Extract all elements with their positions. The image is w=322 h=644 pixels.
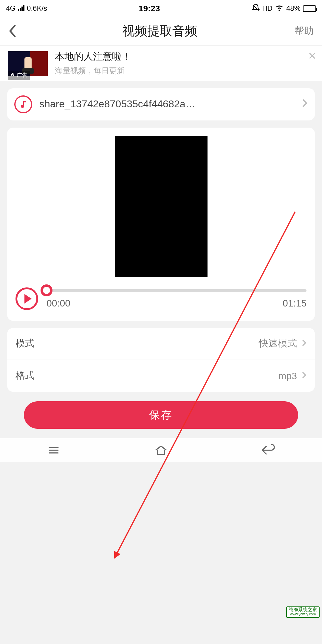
file-selector[interactable]: share_13742e870535c4f44682a… xyxy=(7,88,315,120)
chevron-right-icon xyxy=(302,98,308,110)
battery-icon xyxy=(303,5,316,12)
settings-card: 模式 快速模式 格式 mp3 xyxy=(7,328,315,392)
music-icon xyxy=(14,95,32,113)
seek-slider[interactable] xyxy=(47,289,306,292)
chevron-right-icon xyxy=(302,338,306,349)
slider-knob[interactable] xyxy=(41,284,52,296)
signal-icon xyxy=(18,5,24,11)
help-link[interactable]: 帮助 xyxy=(295,25,314,37)
ad-title: 本地的人注意啦！ xyxy=(55,51,314,63)
mode-label: 模式 xyxy=(16,338,259,350)
back-button[interactable] xyxy=(8,24,25,38)
hd-label: HD xyxy=(262,4,273,13)
status-right: HD 48% xyxy=(251,3,316,14)
format-row[interactable]: 格式 mp3 xyxy=(7,360,315,392)
status-left: 4G 0.6K/s xyxy=(6,4,47,13)
play-button[interactable] xyxy=(16,287,38,310)
save-button[interactable]: 保存 xyxy=(24,401,298,429)
video-preview[interactable] xyxy=(115,136,207,277)
chevron-right-icon xyxy=(302,371,306,381)
ad-text: 本地的人注意啦！ 海量视频，每日更新 xyxy=(55,51,314,76)
format-value: mp3 xyxy=(278,371,297,381)
recent-apps-button[interactable] xyxy=(45,442,62,459)
home-button[interactable] xyxy=(153,442,169,459)
ad-card[interactable]: 广告 本地的人注意啦！ 海量视频，每日更新 × xyxy=(0,46,322,81)
file-name: share_13742e870535c4f44682a… xyxy=(39,98,295,110)
ad-badge: 广告 xyxy=(8,71,30,80)
mode-row[interactable]: 模式 快速模式 xyxy=(7,328,315,360)
watermark: 纯净系统之家 www.ycwjty.com xyxy=(286,606,320,618)
time-current: 00:00 xyxy=(47,298,70,309)
player-card: 00:00 01:15 xyxy=(7,128,315,321)
ad-thumbnail: 广告 xyxy=(8,51,48,76)
back-nav-button[interactable] xyxy=(260,442,277,459)
wifi-icon xyxy=(275,3,284,14)
title-bar: 视频提取音频 帮助 xyxy=(0,17,322,45)
close-icon[interactable]: × xyxy=(308,49,316,63)
network-type: 4G xyxy=(6,4,16,13)
status-time: 19:23 xyxy=(47,4,251,13)
status-bar: 4G 0.6K/s 19:23 HD 48% xyxy=(0,0,322,17)
ad-subtitle: 海量视频，每日更新 xyxy=(55,66,314,76)
time-duration: 01:15 xyxy=(283,298,306,309)
mode-value: 快速模式 xyxy=(259,338,297,350)
battery-pct: 48% xyxy=(286,4,301,13)
system-nav xyxy=(0,438,322,462)
format-label: 格式 xyxy=(16,370,278,382)
page-title: 视频提取音频 xyxy=(25,23,295,39)
dnd-icon xyxy=(251,3,260,13)
network-speed: 0.6K/s xyxy=(27,4,47,13)
